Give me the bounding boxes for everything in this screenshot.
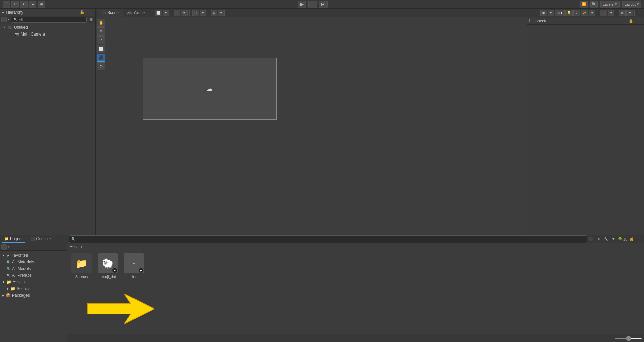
align-chevron-btn[interactable]: ▾ xyxy=(218,10,225,16)
center-content: ✋ ✥ ↺ ⬜ ⬛ ⚙ ☁ ℹ Inspector 🔓 xyxy=(96,17,644,235)
assets-search[interactable]: 🔍 xyxy=(69,235,587,243)
rect-select-tool-btn[interactable]: ⬛ xyxy=(97,54,105,62)
assets-more-btn[interactable]: ⋮ xyxy=(636,236,642,242)
add-asset-btn[interactable]: + xyxy=(1,244,7,250)
hierarchy-lock-btn[interactable]: 🔓 xyxy=(79,9,85,15)
move-tool-btn[interactable]: ✥ xyxy=(97,27,105,36)
hitsuji-sprite-icon: 🐑 xyxy=(102,258,114,269)
hitsuji-asset-item[interactable]: 🐑 ▶ hitsuji_dot xyxy=(96,253,119,279)
collab-btn[interactable]: ⊕ xyxy=(38,1,45,8)
align-tools-group: ≡ ▾ xyxy=(209,10,226,16)
pause-btn[interactable]: ⏸ xyxy=(308,1,317,8)
layers-dropdown[interactable]: Layers ▾ xyxy=(600,1,620,8)
search-icon: 🔍 xyxy=(13,18,17,21)
audio-btn[interactable]: ♪ xyxy=(573,10,580,16)
cloud-services-btn[interactable]: ⏪ xyxy=(580,1,588,8)
gizmos-btn[interactable]: ⊕ xyxy=(619,10,626,16)
rotate-tool-btn[interactable]: ↺ xyxy=(97,36,105,44)
draw-mode-btn[interactable]: ◉ xyxy=(540,10,547,16)
game-tab-icon: 🎮 xyxy=(127,11,132,15)
unity-menu-btn[interactable]: ☰ xyxy=(3,1,10,8)
add-chevron-icon: ▾ xyxy=(8,18,10,21)
all-models-label: All Models xyxy=(12,266,31,271)
scenes-asset-name: Scenes xyxy=(75,275,88,279)
assets-lock-btn[interactable]: 🔓 xyxy=(629,236,635,242)
gizmos-chevron-btn[interactable]: ▾ xyxy=(626,10,633,16)
effects-chevron-btn[interactable]: ▾ xyxy=(589,10,595,16)
assets-tree-item[interactable]: ▼ 📁 Assets xyxy=(0,279,67,285)
all-materials-item[interactable]: 🔍 All Materials xyxy=(0,259,67,265)
align-btn[interactable]: ≡ xyxy=(211,10,217,16)
rect-tool-btn[interactable]: ⬜ xyxy=(155,10,162,16)
pivot-btn[interactable]: ⊞ xyxy=(174,10,180,16)
inspector-more-btn[interactable]: ⋮ xyxy=(636,18,642,24)
snap-chevron-btn[interactable]: ▾ xyxy=(200,10,206,16)
layout-label: Layout xyxy=(625,2,636,6)
draw-chevron-btn[interactable]: ▾ xyxy=(548,10,554,16)
camera-chevron-btn[interactable]: ▾ xyxy=(608,10,614,16)
tree-item-untitled[interactable]: ▼ 🎬 Untitled xyxy=(0,24,95,31)
assets-view-btn[interactable]: ⬛ xyxy=(588,236,594,242)
search-btn[interactable]: 🔍 xyxy=(590,1,598,8)
console-tab[interactable]: ⬛ Console xyxy=(28,235,53,243)
tree-item-maincamera[interactable]: 📷 Main Camera xyxy=(0,31,95,38)
assets-filter-btn[interactable]: 🔧 xyxy=(603,236,609,242)
inspector-panel: ℹ Inspector 🔓 ⋮ xyxy=(527,17,644,235)
light-btn[interactable]: 💡 xyxy=(565,10,573,16)
all-materials-label: All Materials xyxy=(12,260,34,264)
rect-chevron-btn[interactable]: ▾ xyxy=(163,10,169,16)
play-btn[interactable]: ▶ xyxy=(298,1,306,8)
hand-tool-btn[interactable]: ✋ xyxy=(97,19,105,27)
scenes-arrow-icon: ▶ xyxy=(7,287,9,290)
hitsuji-play-icon: ▶ xyxy=(112,268,117,273)
camera-view-btn[interactable]: 🎥 xyxy=(600,10,607,16)
scenes-tree-item[interactable]: ▶ 📁 Scenes xyxy=(0,285,67,292)
scene-tab[interactable]: ⬛ Scene xyxy=(98,9,123,17)
packages-arrow-icon: ▶ xyxy=(2,294,4,297)
hierarchy-tree: ▼ 🎬 Untitled 📷 Main Camera xyxy=(0,23,95,235)
packages-tree-item[interactable]: ▶ 📦 Packages xyxy=(0,292,67,299)
top-bar-right: ⏪ 🔍 Layers ▾ Layout ▾ xyxy=(580,1,641,8)
all-models-item[interactable]: 🔍 All Models xyxy=(0,265,67,272)
hierarchy-menu-btn[interactable]: ⋮ xyxy=(87,9,93,15)
inspector-lock-btn[interactable]: 🔓 xyxy=(628,18,634,24)
hierarchy-search[interactable]: 🔍 xyxy=(11,17,87,23)
game-tab[interactable]: 🎮 Game xyxy=(123,9,149,17)
assets-list-btn[interactable]: ≡ xyxy=(596,236,602,242)
assets-search-input[interactable] xyxy=(77,237,585,241)
2d-toggle-btn[interactable]: 2D xyxy=(555,10,565,16)
history-btn[interactable]: ▾ xyxy=(20,1,28,8)
snap-btn[interactable]: ⊟ xyxy=(192,10,199,16)
assets-section-label: Assets xyxy=(67,243,644,251)
assets-arrow-icon: ▼ xyxy=(2,280,5,284)
scale-tool-btn[interactable]: ⬜ xyxy=(97,45,105,53)
tiles-asset-item[interactable]: • ▶ tiles xyxy=(122,253,146,279)
arrow-annotation-svg xyxy=(87,294,154,324)
assets-item-count-icon: 🌳 xyxy=(618,237,622,241)
hierarchy-search-input[interactable] xyxy=(19,18,84,22)
add-hierarchy-btn[interactable]: + xyxy=(1,17,7,22)
step-btn[interactable]: ⏭ xyxy=(319,1,328,8)
undo-btn[interactable]: ↩ xyxy=(11,1,19,8)
assets-bottom-toolbar xyxy=(67,334,644,342)
effects-btn[interactable]: ✨ xyxy=(581,10,588,16)
assets-top-bar: 🔍 ⬛ ≡ 🔧 ★ 🌳 15 🔓 ⋮ xyxy=(67,235,644,243)
search-materials-icon: 🔍 xyxy=(7,260,11,264)
zoom-slider-area xyxy=(615,338,642,339)
transform-tool-btn[interactable]: ⚙ xyxy=(97,62,105,70)
scenes-folder-thumb-icon: 📁 xyxy=(76,258,88,269)
assets-star-btn[interactable]: ★ xyxy=(610,236,616,242)
layout-chevron-icon: ▾ xyxy=(637,2,639,6)
hierarchy-search-options-btn[interactable]: ⊞ xyxy=(88,17,94,23)
tiles-thumb: • ▶ xyxy=(124,253,144,273)
scenes-asset-item[interactable]: 📁 Scenes xyxy=(70,253,93,279)
cloud-btn[interactable]: ☁ xyxy=(29,1,36,8)
all-prefabs-item[interactable]: 🔍 All Prefabs xyxy=(0,272,67,279)
project-tab[interactable]: 📁 Project xyxy=(2,235,25,243)
pivot-chevron-btn[interactable]: ▾ xyxy=(181,10,188,16)
favorites-header[interactable]: ▼ ★ Favorites xyxy=(0,252,67,259)
zoom-slider[interactable] xyxy=(615,338,642,339)
layout-dropdown[interactable]: Layout ▾ xyxy=(622,1,641,8)
scene-more-btn[interactable]: ⋮ xyxy=(636,10,642,16)
project-tree-content: ▼ ★ Favorites 🔍 All Materials 🔍 All Mode… xyxy=(0,251,67,342)
